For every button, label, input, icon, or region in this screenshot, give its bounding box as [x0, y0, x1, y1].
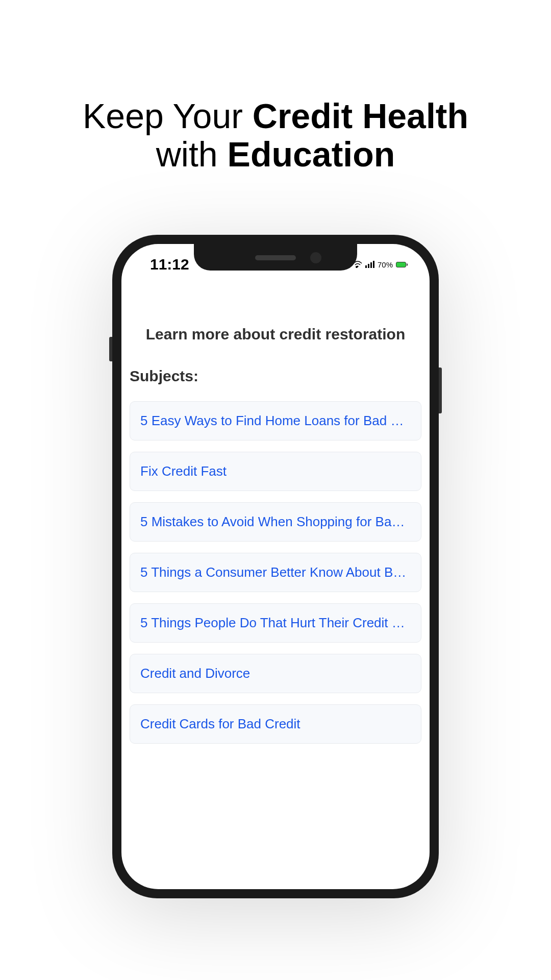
list-item[interactable]: Credit and Divorce: [130, 654, 421, 693]
hero-bold-2: Education: [228, 135, 395, 174]
battery-icon: [396, 262, 406, 267]
status-right: 70%: [353, 260, 406, 269]
hero-text-1: Keep Your: [83, 96, 253, 135]
phone-side-button-right: [439, 368, 442, 413]
status-time: 11:12: [150, 256, 189, 273]
list-item[interactable]: 5 Easy Ways to Find Home Loans for Bad C…: [130, 401, 421, 440]
hero-title: Keep Your Credit Health with Education: [0, 0, 551, 174]
phone-notch: [194, 244, 357, 271]
screen-content: Learn more about credit restoration Subj…: [121, 275, 430, 744]
subjects-list: 5 Easy Ways to Find Home Loans for Bad C…: [128, 401, 423, 744]
page-title: Learn more about credit restoration: [128, 326, 423, 343]
phone-frame: 11:12 70%: [112, 235, 439, 898]
battery-percent: 70%: [378, 260, 393, 269]
hero-bold-1: Credit Health: [253, 96, 468, 135]
svg-point-0: [357, 265, 358, 267]
list-item[interactable]: 5 Mistakes to Avoid When Shopping for Ba…: [130, 502, 421, 542]
subjects-label: Subjects:: [128, 368, 423, 385]
list-item[interactable]: 5 Things a Consumer Better Know About Ba…: [130, 553, 421, 592]
phone-screen: 11:12 70%: [121, 244, 430, 889]
phone-mockup: 11:12 70%: [112, 235, 439, 898]
signal-icon: [365, 261, 374, 268]
list-item[interactable]: Fix Credit Fast: [130, 452, 421, 491]
list-item[interactable]: Credit Cards for Bad Credit: [130, 704, 421, 744]
notch-camera: [310, 252, 321, 263]
list-item[interactable]: 5 Things People Do That Hurt Their Credi…: [130, 603, 421, 643]
notch-speaker: [255, 255, 296, 260]
hero-text-2: with: [156, 135, 228, 174]
